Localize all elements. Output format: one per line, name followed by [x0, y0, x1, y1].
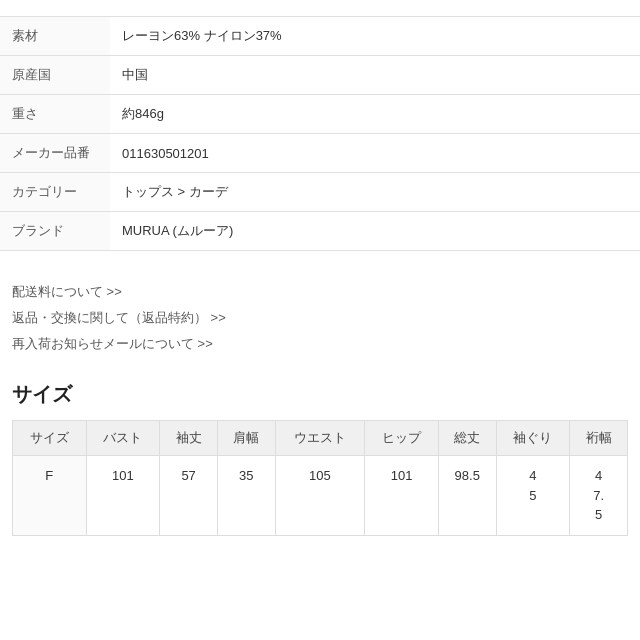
spec-row: 重さ 約846g	[0, 95, 640, 134]
size-col-header: サイズ	[13, 421, 87, 456]
spec-row: 原産国 中国	[0, 56, 640, 95]
size-col-header: 裄幅	[570, 421, 628, 456]
size-cell: F	[13, 456, 87, 536]
size-cell: 98.5	[438, 456, 496, 536]
size-row: F101573510510198.54 54 7. 5	[13, 456, 628, 536]
spec-value: 011630501201	[110, 134, 640, 173]
spec-label: 原産国	[0, 56, 110, 95]
spec-label: 素材	[0, 17, 110, 56]
spec-row: カテゴリー トップス > カーデ	[0, 173, 640, 212]
size-cell: 35	[217, 456, 275, 536]
spec-label: 重さ	[0, 95, 110, 134]
spec-label: メーカー品番	[0, 134, 110, 173]
size-cell: 4 5	[496, 456, 570, 536]
page: 素材 レーヨン63% ナイロン37% 原産国 中国 重さ 約846g メーカー品…	[0, 0, 640, 640]
spec-value: レーヨン63% ナイロン37%	[110, 17, 640, 56]
size-col-header: ヒップ	[365, 421, 439, 456]
info-link[interactable]: 返品・交換に関して（返品特約） >>	[12, 305, 628, 331]
spec-value: トップス > カーデ	[110, 173, 640, 212]
spec-row: 素材 レーヨン63% ナイロン37%	[0, 17, 640, 56]
size-col-header: 肩幅	[217, 421, 275, 456]
info-link[interactable]: 再入荷お知らせメールについて >>	[12, 331, 628, 357]
spec-value: 約846g	[110, 95, 640, 134]
spec-table: 素材 レーヨン63% ナイロン37% 原産国 中国 重さ 約846g メーカー品…	[0, 16, 640, 251]
links-section: 配送料について >>返品・交換に関して（返品特約） >>再入荷お知らせメールにつ…	[0, 267, 640, 373]
spec-value: 中国	[110, 56, 640, 95]
size-col-header: バスト	[86, 421, 160, 456]
size-cell: 105	[275, 456, 365, 536]
size-table: サイズバスト袖丈肩幅ウエストヒップ総丈袖ぐり裄幅 F10157351051019…	[12, 420, 628, 536]
spec-row: メーカー品番 011630501201	[0, 134, 640, 173]
size-cell: 101	[86, 456, 160, 536]
spec-row: ブランド MURUA (ムルーア)	[0, 212, 640, 251]
info-link[interactable]: 配送料について >>	[12, 279, 628, 305]
size-cell: 57	[160, 456, 218, 536]
spec-label: カテゴリー	[0, 173, 110, 212]
size-table-wrapper: サイズバスト袖丈肩幅ウエストヒップ総丈袖ぐり裄幅 F10157351051019…	[0, 420, 640, 536]
size-heading: サイズ	[0, 373, 640, 420]
size-cell: 4 7. 5	[570, 456, 628, 536]
spec-label: ブランド	[0, 212, 110, 251]
size-col-header: ウエスト	[275, 421, 365, 456]
size-col-header: 袖ぐり	[496, 421, 570, 456]
size-cell: 101	[365, 456, 439, 536]
spec-value: MURUA (ムルーア)	[110, 212, 640, 251]
size-col-header: 総丈	[438, 421, 496, 456]
size-col-header: 袖丈	[160, 421, 218, 456]
